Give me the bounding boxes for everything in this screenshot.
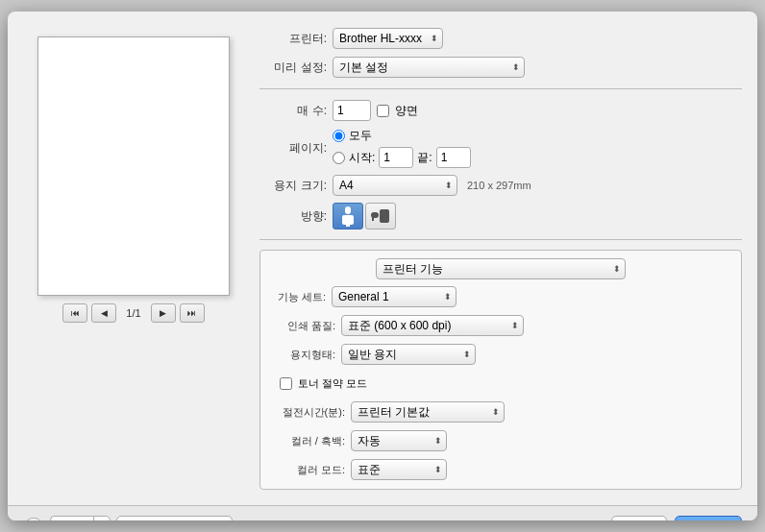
preview-panel: ⏮ ◀ 1/1 ▶ ⏭ <box>23 27 244 490</box>
pages-from-label: 시작: <box>349 150 375 166</box>
orientation-row: 방향: <box>259 203 742 230</box>
pages-range-row: 시작: 끝: <box>333 147 471 168</box>
paper-size-row: 용지 크기: A4 210 x 297mm <box>259 174 742 197</box>
preview-nav: ⏮ ◀ 1/1 ▶ ⏭ <box>62 303 204 323</box>
dialog-footer: ? PDF ▾ 세부사항 가리기 취소 프린트 <box>8 505 757 520</box>
duplex-checkbox[interactable] <box>377 105 389 117</box>
features-select-wrapper: 프린터 기능 <box>376 258 626 279</box>
pages-label: 페이지: <box>259 140 327 157</box>
orientation-buttons <box>333 203 396 230</box>
pages-from-input[interactable] <box>379 147 413 168</box>
pdf-dropdown-button[interactable]: ▾ <box>93 516 111 520</box>
pages-range-radio[interactable] <box>333 152 345 164</box>
prev-page-button[interactable]: ◀ <box>91 303 116 323</box>
printer-row: 프린터: Brother HL-xxxx <box>259 27 742 50</box>
footer-left: ? PDF ▾ 세부사항 가리기 <box>23 516 233 520</box>
preset-select-wrapper: 기본 설정 <box>333 57 525 78</box>
paper-type-label: 용지형태: <box>268 348 335 362</box>
help-button[interactable]: ? <box>23 518 44 520</box>
color-mode-label: 컬러 모드: <box>268 463 345 477</box>
feature-set-label: 기능 세트: <box>268 290 326 304</box>
pages-all-radio[interactable] <box>333 130 345 142</box>
svg-rect-6 <box>372 219 374 221</box>
orientation-label: 방향: <box>259 208 327 225</box>
copies-label: 매 수: <box>259 103 327 119</box>
paper-size-label: 용지 크기: <box>259 178 327 194</box>
portrait-button[interactable] <box>333 203 363 230</box>
printer-select[interactable]: Brother HL-xxxx <box>333 28 443 49</box>
printer-label: 프린터: <box>259 31 327 47</box>
svg-rect-3 <box>348 225 350 227</box>
pdf-button[interactable]: PDF <box>50 516 93 520</box>
sleep-time-row: 절전시간(분): 프린터 기본값 <box>268 400 733 423</box>
color-mode-select[interactable]: 표준 <box>351 459 447 480</box>
svg-rect-2 <box>346 225 348 227</box>
print-button[interactable]: 프린트 <box>675 516 742 520</box>
color-mode-row: 컬러 모드: 표준 <box>268 458 733 481</box>
pages-to-label: 끝: <box>417 150 432 166</box>
svg-rect-7 <box>372 217 374 219</box>
footer-right: 취소 프린트 <box>611 516 742 520</box>
print-quality-select-wrapper: 표준 (600 x 600 dpi) <box>341 315 524 336</box>
paper-size-select[interactable]: A4 <box>333 175 457 196</box>
features-section-select[interactable]: 프린터 기능 <box>376 258 626 279</box>
settings-panel: 프린터: Brother HL-xxxx 미리 설정: 기본 설정 <box>259 27 742 490</box>
color-bw-select[interactable]: 자동 <box>351 430 447 451</box>
page-indicator: 1/1 <box>120 307 146 319</box>
print-quality-row: 인쇄 품질: 표준 (600 x 600 dpi) <box>268 314 733 337</box>
landscape-button[interactable] <box>365 203 396 230</box>
printer-select-wrapper: Brother HL-xxxx <box>333 28 443 49</box>
toner-save-checkbox[interactable] <box>280 377 292 390</box>
pages-row: 페이지: 모두 시작: 끝: <box>259 128 742 168</box>
toner-save-label: 토너 절약 모드 <box>298 376 367 391</box>
sleep-time-select-wrapper: 프린터 기본값 <box>351 401 505 423</box>
paper-size-select-wrapper: A4 <box>333 175 457 196</box>
color-bw-row: 컬러 / 흑백: 자동 <box>268 429 733 452</box>
color-bw-label: 컬러 / 흑백: <box>268 434 345 448</box>
preset-label: 미리 설정: <box>259 60 327 76</box>
sleep-time-select[interactable]: 프린터 기본값 <box>351 401 505 423</box>
paper-dimensions: 210 x 297mm <box>467 180 531 191</box>
first-page-button[interactable]: ⏮ <box>62 303 87 323</box>
details-button[interactable]: 세부사항 가리기 <box>116 516 233 520</box>
svg-rect-0 <box>345 206 351 214</box>
page-preview <box>37 36 230 296</box>
print-quality-select[interactable]: 표준 (600 x 600 dpi) <box>341 315 524 336</box>
print-dialog: ⏮ ◀ 1/1 ▶ ⏭ 프린터: Brother HL-xxxx 미리 설정: <box>8 12 757 520</box>
svg-rect-1 <box>342 215 354 225</box>
paper-type-select-wrapper: 일반 용지 <box>341 344 476 365</box>
pdf-button-group: PDF ▾ <box>50 516 111 520</box>
preset-row: 미리 설정: 기본 설정 <box>259 56 742 79</box>
next-page-button[interactable]: ▶ <box>151 303 176 323</box>
feature-set-select-wrapper: General 1 <box>332 286 457 307</box>
feature-set-row: 기능 세트: General 1 <box>268 285 733 308</box>
pages-all-row: 모두 <box>333 128 471 144</box>
copies-row: 매 수: 1 양면 <box>259 99 742 122</box>
color-bw-select-wrapper: 자동 <box>351 430 447 451</box>
pages-all-label: 모두 <box>349 128 372 144</box>
pages-to-input[interactable] <box>436 147 471 168</box>
sleep-time-label: 절전시간(분): <box>268 405 345 420</box>
paper-type-select[interactable]: 일반 용지 <box>341 344 476 365</box>
features-header: 프린터 기능 <box>268 258 733 279</box>
preset-select[interactable]: 기본 설정 <box>333 57 525 78</box>
paper-type-row: 용지형태: 일반 용지 <box>268 343 733 366</box>
printer-features-section: 프린터 기능 기능 세트: General 1 인쇄 품질: <box>259 250 742 490</box>
copies-input[interactable]: 1 <box>333 100 371 121</box>
svg-rect-5 <box>380 209 389 223</box>
feature-set-select[interactable]: General 1 <box>332 286 457 307</box>
last-page-button[interactable]: ⏭ <box>180 303 205 323</box>
color-mode-select-wrapper: 표준 <box>351 459 447 480</box>
print-quality-label: 인쇄 품질: <box>268 319 335 333</box>
cancel-button[interactable]: 취소 <box>611 516 667 520</box>
toner-save-row: 토너 절약 모드 <box>268 372 733 395</box>
duplex-label: 양면 <box>395 103 418 119</box>
